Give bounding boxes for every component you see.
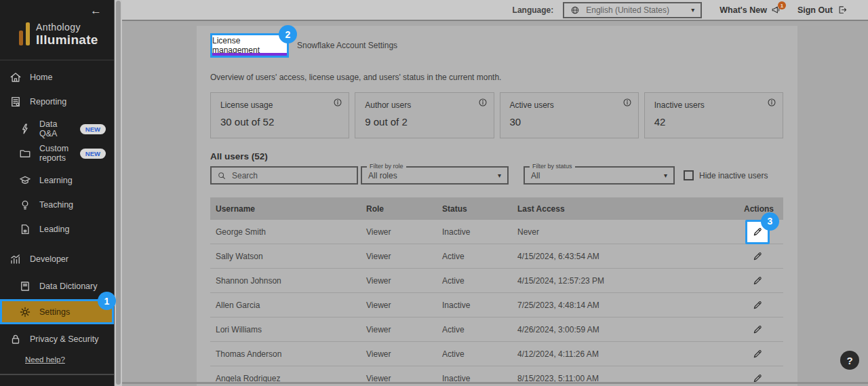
edit-user-button[interactable] bbox=[745, 244, 770, 269]
pencil-icon bbox=[752, 275, 763, 286]
edit-user-button[interactable] bbox=[745, 269, 770, 293]
cell-username: Thomas Anderson bbox=[210, 349, 366, 359]
sidebar-item-label: Learning bbox=[39, 176, 73, 185]
filter-by-status-select[interactable]: Filter by status All ▾ bbox=[524, 166, 675, 185]
sidebar-item-label: Teaching bbox=[39, 200, 73, 210]
edit-user-button[interactable]: 3 bbox=[745, 220, 770, 244]
language-label: Language: bbox=[513, 5, 554, 15]
sidebar-item-settings[interactable]: Settings 1 bbox=[0, 299, 114, 324]
content-panel: License management 2 Snowflake Account S… bbox=[197, 26, 797, 386]
cell-last-access: 4/26/2024, 3:00:59 AM bbox=[517, 325, 722, 334]
hide-inactive-label: Hide inactive users bbox=[699, 171, 768, 180]
sidebar-item-reporting[interactable]: Reporting bbox=[0, 90, 114, 114]
filter-by-role-select[interactable]: Filter by role All roles ▾ bbox=[361, 166, 509, 185]
sidebar-nav: Home Reporting Data Q&A NEW Custom repor… bbox=[0, 65, 114, 351]
sidebar-divider bbox=[0, 60, 114, 60]
sidebar-item-custom-reports[interactable]: Custom reports NEW bbox=[0, 141, 114, 166]
need-help-link[interactable]: Need help? bbox=[25, 355, 65, 364]
column-role: Role bbox=[366, 204, 442, 214]
stat-card-active-users: Active users 30 bbox=[500, 92, 639, 138]
edit-user-button[interactable] bbox=[745, 293, 770, 317]
tab-snowflake-account-settings[interactable]: Snowflake Account Settings bbox=[297, 41, 397, 50]
sidebar-scrollbar[interactable] bbox=[114, 0, 122, 386]
sidebar-item-privacy-security[interactable]: Privacy & Security bbox=[0, 327, 114, 351]
sidebar-item-teaching[interactable]: Teaching bbox=[0, 193, 114, 217]
column-last-access: Last Access bbox=[517, 204, 722, 214]
info-icon[interactable] bbox=[333, 98, 342, 107]
sidebar-item-home[interactable]: Home bbox=[0, 65, 114, 90]
user-search-field[interactable] bbox=[210, 166, 358, 185]
bottom-edge-divider bbox=[122, 382, 868, 384]
stat-label: Active users bbox=[510, 100, 629, 110]
globe-icon bbox=[570, 5, 580, 15]
pencil-icon bbox=[752, 227, 763, 237]
whats-new-count-badge: 1 bbox=[778, 1, 786, 9]
stat-value: 9 out of 2 bbox=[365, 116, 484, 128]
collapse-sidebar-arrow-icon[interactable]: ← bbox=[90, 4, 102, 18]
sidebar: ← Anthology Illuminate Home Reporting Da… bbox=[0, 0, 114, 386]
stat-value: 42 bbox=[654, 116, 773, 128]
sidebar-item-label: Settings bbox=[39, 307, 70, 317]
cell-role: Viewer bbox=[366, 325, 442, 334]
help-button[interactable]: ? bbox=[840, 351, 859, 370]
active-tab-underline bbox=[212, 53, 287, 56]
stat-value: 30 bbox=[510, 116, 629, 128]
sidebar-item-label: Privacy & Security bbox=[30, 334, 98, 344]
sidebar-item-learning[interactable]: Learning bbox=[0, 168, 114, 193]
tab-label: License management bbox=[212, 36, 287, 55]
table-header-row: Username Role Status Last Access Actions bbox=[210, 197, 783, 220]
edit-user-button[interactable] bbox=[745, 317, 770, 342]
info-icon[interactable] bbox=[478, 98, 488, 107]
cell-status: Active bbox=[442, 276, 517, 286]
scrollbar-thumb[interactable] bbox=[116, 1, 121, 385]
data-qa-icon bbox=[19, 123, 31, 135]
main-region: License management 2 Snowflake Account S… bbox=[122, 22, 868, 386]
cell-actions bbox=[722, 293, 783, 317]
sidebar-item-developer[interactable]: Developer bbox=[0, 247, 114, 271]
stat-label: Author users bbox=[365, 100, 484, 110]
sidebar-item-label: Home bbox=[30, 73, 52, 82]
sidebar-item-label: Custom reports bbox=[39, 144, 72, 163]
tab-license-management[interactable]: License management 2 bbox=[210, 33, 289, 58]
cell-actions bbox=[722, 244, 783, 269]
cell-status: Inactive bbox=[442, 227, 517, 237]
table-row: Sally Watson Viewer Active 4/15/2024, 6:… bbox=[210, 244, 783, 269]
sidebar-item-label: Reporting bbox=[30, 97, 66, 107]
info-icon[interactable] bbox=[623, 98, 632, 107]
column-username: Username bbox=[210, 204, 366, 214]
sign-out-button[interactable]: Sign Out bbox=[797, 5, 848, 15]
table-row: George Smith Viewer Inactive Never 3 bbox=[210, 220, 783, 244]
column-actions: Actions bbox=[722, 204, 783, 214]
annotation-badge-2: 2 bbox=[279, 25, 297, 43]
stat-label: License usage bbox=[220, 100, 339, 110]
cell-last-access: 4/12/2024, 4:11:26 AM bbox=[517, 349, 722, 359]
edit-user-button[interactable] bbox=[745, 342, 770, 366]
tabs: License management 2 Snowflake Account S… bbox=[210, 33, 783, 58]
sign-out-icon bbox=[837, 5, 848, 15]
brand-bars-icon bbox=[19, 22, 30, 47]
page-description: Overview of users' access, license usage… bbox=[210, 73, 783, 82]
stat-label: Inactive users bbox=[654, 100, 773, 110]
search-input[interactable] bbox=[232, 171, 334, 180]
brand-logo: Anthology Illuminate bbox=[19, 22, 98, 47]
chevron-down-icon: ▾ bbox=[664, 172, 667, 179]
home-icon bbox=[9, 71, 22, 83]
sidebar-item-leading[interactable]: Leading bbox=[0, 217, 114, 242]
hide-inactive-checkbox[interactable] bbox=[684, 170, 694, 180]
brand-name-bottom: Illuminate bbox=[36, 33, 98, 47]
stat-cards: License usage 30 out of 52 Author users … bbox=[210, 92, 783, 138]
cell-role: Viewer bbox=[366, 349, 442, 359]
stat-card-inactive-users: Inactive users 42 bbox=[644, 92, 783, 138]
whats-new-button[interactable]: What's New 1 bbox=[719, 5, 781, 15]
sidebar-item-data-qa[interactable]: Data Q&A NEW bbox=[0, 117, 114, 141]
info-icon[interactable] bbox=[767, 98, 776, 107]
cell-status: Active bbox=[442, 252, 517, 261]
sidebar-item-data-dictionary[interactable]: Data Dictionary bbox=[0, 274, 114, 298]
filters-row: Filter by role All roles ▾ Filter by sta… bbox=[210, 166, 783, 185]
cell-last-access: 4/15/2024, 6:43:54 AM bbox=[517, 252, 722, 261]
question-mark-icon: ? bbox=[846, 355, 852, 366]
language-value: English (United States) bbox=[586, 5, 685, 15]
lightbulb-icon bbox=[19, 199, 31, 211]
bar-chart-icon bbox=[9, 253, 22, 265]
language-select[interactable]: English (United States) ▾ bbox=[563, 2, 702, 18]
